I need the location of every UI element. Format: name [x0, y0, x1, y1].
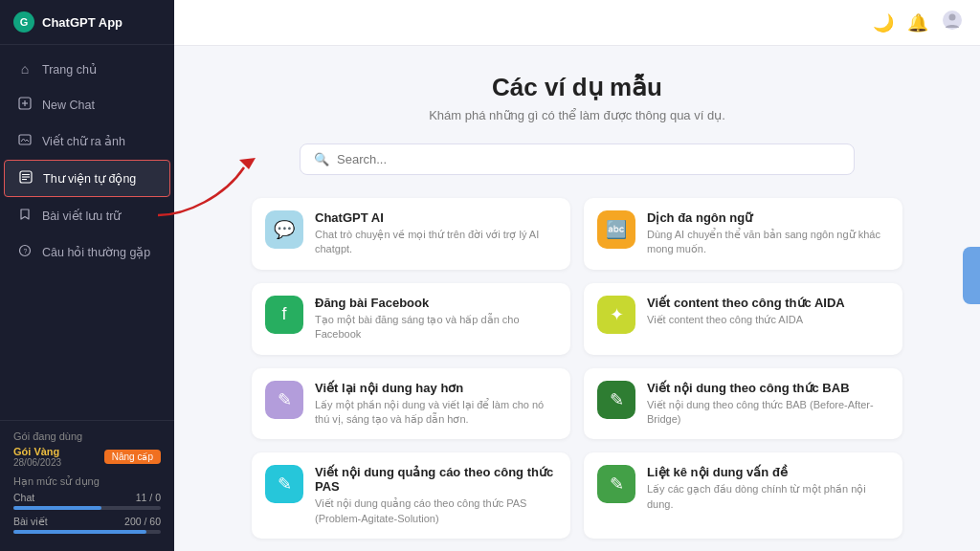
sidebar-item-faq-label: Câu hỏi thường gặp: [42, 245, 150, 259]
chat-progress-bg: [13, 506, 161, 510]
app-name: ChatGPT App: [42, 15, 122, 30]
card-icon-bab: ✎: [597, 381, 635, 419]
card-facebook-post[interactable]: f Đăng bài Facebook Tạo một bài đăng sán…: [252, 283, 570, 355]
chat-progress-fill: [13, 506, 101, 510]
card-list-content[interactable]: ✎ Liệt kê nội dung vấn đề Lấy các gạch đ…: [584, 452, 902, 539]
svg-text:?: ?: [24, 248, 28, 254]
page-title: Các ví dụ mẫu: [212, 73, 942, 102]
card-title-multilang: Dịch đa ngôn ngữ: [647, 210, 889, 225]
home-icon: ⌂: [17, 61, 33, 77]
sidebar-item-new-chat[interactable]: New Chat: [4, 87, 170, 122]
sidebar-item-auto-library-label: Thư viện tự động: [43, 171, 136, 186]
card-text-pas: Viết nội dung quảng cáo theo công thức P…: [315, 465, 557, 526]
sidebar-item-write-image-label: Viết chữ ra ảnh: [42, 134, 125, 148]
plan-row: Gói Vàng 28/06/2023 Nâng cấp: [13, 446, 161, 468]
card-title-bab: Viết nội dung theo công thức BAB: [647, 381, 889, 395]
topbar: 🌙 🔔: [174, 0, 980, 46]
logo-icon: G: [13, 11, 34, 33]
sidebar: G ChatGPT App ⌂ Trang chủ New Chat Viết …: [0, 0, 174, 551]
card-icon-aida: ✦: [597, 296, 635, 334]
card-desc-bab: Viết nội dung theo công thức BAB (Before…: [647, 398, 889, 428]
card-chatgpt-ai[interactable]: 💬 ChatGPT AI Chat trò chuyện về mọi thứ …: [252, 198, 570, 270]
sidebar-item-write-image[interactable]: Viết chữ ra ảnh: [4, 123, 170, 159]
sidebar-nav: ⌂ Trang chủ New Chat Viết chữ ra ảnh Thư…: [0, 45, 174, 420]
card-title-facebook-post: Đăng bài Facebook: [315, 296, 557, 310]
card-title-chatgpt-ai: ChatGPT AI: [315, 210, 557, 225]
usage-posts-count: 200 / 60: [124, 516, 161, 527]
svg-point-12: [949, 14, 956, 21]
card-title-list-content: Liệt kê nội dung vấn đề: [647, 465, 889, 479]
sidebar-item-new-chat-label: New Chat: [42, 99, 95, 112]
plan-section-label: Gói đang dùng: [13, 430, 161, 442]
card-icon-pas: ✎: [265, 465, 303, 503]
card-icon-chatgpt-ai: 💬: [265, 210, 303, 249]
plan-date: 28/06/2023: [13, 457, 61, 468]
right-edge-indicator: [963, 247, 980, 304]
card-desc-aida: Viết content theo công thức AIDA: [647, 313, 889, 327]
usage-chat-label: Chat: [13, 492, 34, 503]
sidebar-item-auto-library[interactable]: Thư viện tự động: [4, 160, 170, 197]
card-text-list-content: Liệt kê nội dung vấn đề Lấy các gạch đầu…: [647, 465, 889, 512]
card-icon-facebook-post: f: [265, 296, 303, 334]
card-title-aida: Viết content theo công thức AIDA: [647, 296, 889, 310]
usage-section: Hạn mức sử dụng Chat 11 / 0 Bài viết 200…: [13, 475, 161, 534]
sidebar-item-faq[interactable]: ? Câu hỏi thường gặp: [4, 234, 170, 270]
card-text-multilang: Dịch đa ngôn ngữ Dùng AI chuyển thể văn …: [647, 210, 889, 257]
search-bar: 🔍: [300, 143, 855, 175]
usage-chat-count: 11 / 0: [136, 492, 161, 503]
card-text-chatgpt-ai: ChatGPT AI Chat trò chuyện về mọi thứ tr…: [315, 210, 557, 257]
search-input[interactable]: [337, 152, 840, 166]
search-icon: 🔍: [314, 152, 329, 166]
page-subtitle: Khám phá những gì có thể làm được thông …: [212, 108, 942, 122]
card-desc-list-content: Lấy các gạch đầu dòng chính từ một phần …: [647, 482, 889, 512]
sidebar-item-saved-posts-label: Bài viết lưu trữ: [42, 209, 121, 223]
saved-posts-icon: [17, 208, 33, 224]
cards-grid: 💬 ChatGPT AI Chat trò chuyện về mọi thứ …: [252, 198, 902, 551]
posts-progress-bg: [13, 530, 161, 534]
notifications-icon[interactable]: 🔔: [907, 12, 928, 33]
card-text-bab: Viết nội dung theo công thức BAB Viết nộ…: [647, 381, 889, 428]
theme-toggle-icon[interactable]: 🌙: [873, 12, 894, 33]
usage-section-label: Hạn mức sử dụng: [13, 475, 161, 488]
faq-icon: ?: [17, 244, 33, 260]
card-icon-rewrite: ✎: [265, 381, 303, 419]
card-multilang[interactable]: 🔤 Dịch đa ngôn ngữ Dùng AI chuyển thể vă…: [584, 198, 902, 270]
usage-posts-label: Bài viết: [13, 516, 48, 527]
new-chat-icon: [17, 97, 33, 113]
svg-rect-3: [19, 135, 31, 144]
card-title-rewrite: Viết lại nội dung hay hơn: [315, 381, 557, 395]
card-aida[interactable]: ✦ Viết content theo công thức AIDA Viết …: [584, 283, 902, 355]
card-desc-multilang: Dùng AI chuyển thể văn bản sang ngôn ngữ…: [647, 228, 889, 257]
card-bab[interactable]: ✎ Viết nội dung theo công thức BAB Viết …: [584, 368, 902, 440]
card-icon-list-content: ✎: [597, 465, 635, 503]
card-text-rewrite: Viết lại nội dung hay hơn Lấy một phần n…: [315, 381, 557, 428]
main-content: 🌙 🔔 Các ví dụ mẫu Khám phá những gì có t…: [174, 0, 980, 551]
card-title-pas: Viết nội dung quảng cáo theo công thức P…: [315, 465, 557, 494]
card-rewrite[interactable]: ✎ Viết lại nội dung hay hơn Lấy một phần…: [252, 368, 570, 440]
upgrade-button[interactable]: Nâng cấp: [104, 450, 161, 464]
usage-row-chat: Chat 11 / 0: [13, 492, 161, 503]
sidebar-item-saved-posts[interactable]: Bài viết lưu trữ: [4, 198, 170, 233]
card-text-facebook-post: Đăng bài Facebook Tạo một bài đăng sáng …: [315, 296, 557, 342]
app-logo: G ChatGPT App: [0, 0, 174, 45]
sidebar-item-home[interactable]: ⌂ Trang chủ: [4, 52, 170, 86]
sidebar-item-home-label: Trang chủ: [42, 62, 97, 77]
user-avatar[interactable]: [942, 10, 963, 35]
card-desc-chatgpt-ai: Chat trò chuyện về mọi thứ trên đời với …: [315, 228, 557, 257]
auto-library-icon: [18, 170, 33, 187]
card-desc-rewrite: Lấy một phần nội dung và viết lại để làm…: [315, 398, 557, 428]
usage-row-posts: Bài viết 200 / 60: [13, 516, 161, 527]
posts-progress-fill: [13, 530, 146, 534]
sidebar-bottom: Gói đang dùng Gói Vàng 28/06/2023 Nâng c…: [0, 420, 174, 551]
card-desc-facebook-post: Tạo một bài đăng sáng tạo và hấp dẫn cho…: [315, 313, 557, 342]
content-area: Các ví dụ mẫu Khám phá những gì có thể l…: [174, 46, 980, 551]
plan-name: Gói Vàng: [13, 446, 61, 457]
card-pas[interactable]: ✎ Viết nội dung quảng cáo theo công thức…: [252, 452, 570, 539]
write-image-icon: [17, 133, 33, 149]
card-desc-pas: Viết nội dung quảng cáo theo công thức P…: [315, 496, 557, 526]
card-icon-multilang: 🔤: [597, 210, 635, 249]
card-text-aida: Viết content theo công thức AIDA Viết co…: [647, 296, 889, 327]
